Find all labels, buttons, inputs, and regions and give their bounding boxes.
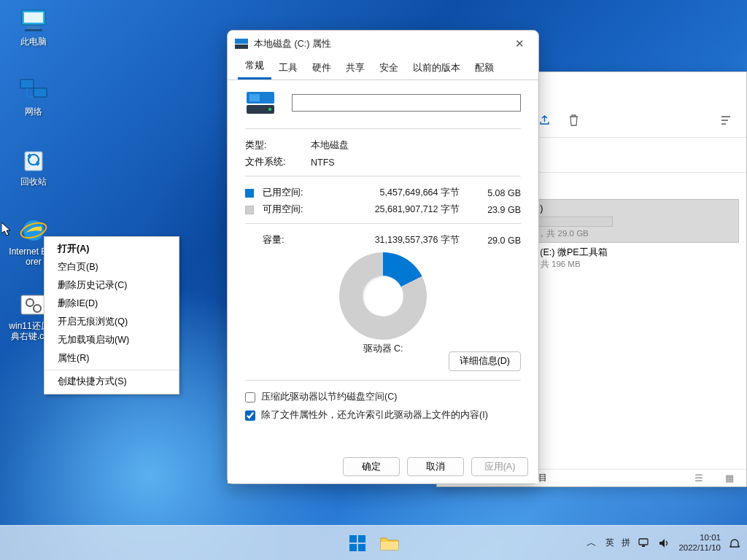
used-bytes: 5,457,649,664 字节 <box>311 187 470 199</box>
time: 10:01 <box>678 533 721 543</box>
svg-rect-3 <box>25 29 42 31</box>
tray-chevron-icon[interactable]: ︿ <box>585 537 598 550</box>
value-type: 本地磁盘 <box>311 139 521 152</box>
ok-button[interactable]: 确定 <box>343 457 400 476</box>
svg-rect-8 <box>25 152 42 171</box>
svg-rect-43 <box>381 542 398 550</box>
network-tray-icon[interactable] <box>638 537 651 550</box>
details-button[interactable]: 详细信息(D) <box>449 351 521 371</box>
svg-rect-44 <box>639 539 648 545</box>
svg-rect-45 <box>642 545 645 547</box>
label: 回收站 <box>20 176 47 187</box>
svg-rect-40 <box>358 535 365 542</box>
system-tray: ︿ 英 拼 10:01 2022/11/10 <box>585 533 747 553</box>
network-icon <box>19 76 48 105</box>
ctx-blank[interactable]: 空白页(B) <box>44 258 179 276</box>
label-cap: 容量: <box>263 234 311 246</box>
apply-button[interactable]: 应用(A) <box>471 457 528 476</box>
label-type: 类型: <box>245 139 311 152</box>
label: 网络 <box>25 106 42 117</box>
tab-quota[interactable]: 配额 <box>468 58 501 79</box>
svg-rect-4 <box>20 79 34 88</box>
svg-rect-2 <box>28 26 39 29</box>
usage-pie-chart <box>339 252 427 340</box>
svg-rect-36 <box>249 94 260 101</box>
clock[interactable]: 10:01 2022/11/10 <box>678 533 721 553</box>
ctx-noaddons[interactable]: 无加载项启动(W) <box>44 331 179 349</box>
used-gb: 5.08 GB <box>470 188 521 198</box>
title-text: 本地磁盘 (C:) 属性 <box>254 38 331 50</box>
ctx-props[interactable]: 属性(R) <box>44 349 179 368</box>
index-checkbox[interactable]: 除了文件属性外，还允许索引此驱动器上文件的内容(I) <box>245 409 521 421</box>
free-bytes: 25,681,907,712 字节 <box>311 203 470 216</box>
drive-icon <box>235 39 248 49</box>
volume-tray-icon[interactable] <box>658 537 671 550</box>
cancel-button[interactable]: 取消 <box>407 457 464 476</box>
svg-rect-41 <box>349 544 357 551</box>
start-button[interactable] <box>344 530 371 556</box>
tab-general[interactable]: 常规 <box>238 55 271 79</box>
desktop[interactable]: 此电脑 网络 回收站 Internet Explorer win11还原经典右键… <box>0 0 747 560</box>
label: 此电脑 <box>20 36 47 47</box>
desktop-icon-network[interactable]: 网络 <box>9 76 58 117</box>
view-list-icon[interactable]: ☰ <box>691 470 707 486</box>
close-button[interactable]: ✕ <box>508 32 531 55</box>
context-menu: 打开(A) 空白页(B) 删除历史记录(C) 删除IE(D) 开启无痕浏览(Q)… <box>44 236 179 394</box>
ctx-del-ie[interactable]: 删除IE(D) <box>44 295 179 313</box>
value-fs: NTFS <box>311 158 521 168</box>
svg-point-38 <box>268 108 271 111</box>
svg-rect-42 <box>358 544 365 551</box>
svg-rect-33 <box>235 39 248 44</box>
ime-mode[interactable]: 拼 <box>622 537 630 549</box>
properties-dialog: 本地磁盘 (C:) 属性 ✕ 常规 工具 硬件 共享 安全 以前的版本 配额 类… <box>227 30 539 484</box>
label-fs: 文件系统: <box>245 156 311 168</box>
desktop-icon-recycle[interactable]: 回收站 <box>9 146 58 187</box>
svg-rect-39 <box>349 535 357 542</box>
explorer-task-icon[interactable] <box>376 530 403 556</box>
notifications-icon[interactable] <box>728 537 741 550</box>
svg-rect-5 <box>34 88 47 97</box>
date: 2022/11/10 <box>678 543 721 553</box>
free-swatch <box>245 206 254 214</box>
general-panel: 类型: 本地磁盘 文件系统: NTFS 已用空间: 5,457,649,664 … <box>228 80 538 450</box>
compress-checkbox[interactable]: 压缩此驱动器以节约磁盘空间(C) <box>245 391 521 403</box>
tab-prev[interactable]: 以前的版本 <box>406 58 468 79</box>
svg-rect-34 <box>235 44 248 49</box>
label-used: 已用空间: <box>263 187 311 199</box>
label-free: 可用空间: <box>263 203 311 216</box>
dialog-buttons: 确定 取消 应用(A) <box>228 450 538 483</box>
view-grid-icon[interactable]: ▦ <box>721 470 738 486</box>
tab-share[interactable]: 共享 <box>338 58 372 79</box>
cursor-icon <box>1 222 13 237</box>
action-sort-icon[interactable] <box>720 114 733 127</box>
index-input[interactable] <box>245 411 255 421</box>
cap-gb: 29.0 GB <box>470 236 521 246</box>
action-share-icon[interactable] <box>538 114 551 127</box>
free-gb: 23.9 GB <box>470 205 521 215</box>
tab-security[interactable]: 安全 <box>372 58 406 79</box>
action-delete-icon[interactable] <box>567 114 580 127</box>
volume-name-input[interactable] <box>292 94 521 112</box>
ctx-open[interactable]: 打开(A) <box>44 240 179 258</box>
drive-icon <box>245 90 276 115</box>
ctx-inprivate[interactable]: 开启无痕浏览(Q) <box>44 313 179 331</box>
pc-icon <box>19 6 48 35</box>
ctx-del-history[interactable]: 删除历史记录(C) <box>44 276 179 295</box>
titlebar[interactable]: 本地磁盘 (C:) 属性 ✕ <box>228 31 538 57</box>
tab-tools[interactable]: 工具 <box>271 58 305 79</box>
compress-input[interactable] <box>245 392 255 402</box>
desktop-icon-this-pc[interactable]: 此电脑 <box>9 6 58 47</box>
used-swatch <box>245 189 254 198</box>
taskbar[interactable]: ︿ 英 拼 10:01 2022/11/10 <box>0 525 747 560</box>
cap-bytes: 31,139,557,376 字节 <box>311 234 470 246</box>
recycle-icon <box>19 146 48 175</box>
svg-rect-1 <box>24 12 43 23</box>
tab-hardware[interactable]: 硬件 <box>305 58 338 79</box>
tabs: 常规 工具 硬件 共享 安全 以前的版本 配额 <box>228 57 538 80</box>
ctx-shortcut[interactable]: 创建快捷方式(S) <box>44 373 179 391</box>
ime-lang[interactable]: 英 <box>605 537 614 549</box>
separator <box>44 370 179 370</box>
